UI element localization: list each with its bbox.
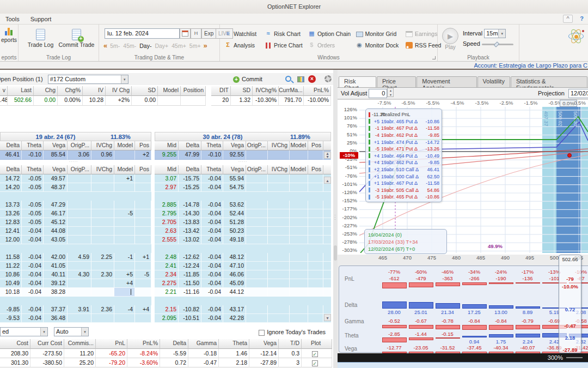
spinner-up-down-icon[interactable]: ▴▾ bbox=[324, 152, 331, 159]
option-row[interactable]: 2.97-15.25-0.0454.75 bbox=[155, 183, 331, 192]
option-row[interactable]: 10.49-0.0439.12+4 bbox=[0, 279, 151, 288]
tab-price-chart[interactable]: Price Chart bbox=[377, 76, 416, 87]
top-axis-label: -3.5% bbox=[474, 100, 490, 106]
trade-row[interactable]: 208.30-273.5011.20-65.20-8.24%-5.59-0.18… bbox=[0, 349, 333, 358]
settings-gear-icon[interactable] bbox=[324, 75, 332, 82]
vol-adjust-spinner[interactable]: ▴▾ bbox=[387, 88, 394, 97]
play-button[interactable]: ▶ bbox=[442, 28, 458, 44]
account-label[interactable]: Account: Estrategia de Largo Plazo para … bbox=[474, 62, 587, 69]
option-row[interactable]: 2.63-13.42-0.0450.23 bbox=[155, 227, 331, 236]
legend-color-bar bbox=[369, 126, 370, 131]
trading-date-input[interactable]: lu. 12 feb. 2024 bbox=[105, 28, 180, 39]
top-axis-label: -6.5% bbox=[400, 100, 416, 106]
option-row[interactable]: 2.795-14.30-0.0452.44 bbox=[155, 209, 331, 218]
option-row[interactable]: 11.58-0.0442.004.592.25-1+1 bbox=[0, 253, 151, 262]
tab-volatility[interactable]: Volatility bbox=[477, 76, 510, 87]
position-select[interactable]: #172 Custom▾ bbox=[48, 75, 128, 84]
ribbon-button-price-chart[interactable]: Price Chart bbox=[262, 40, 306, 50]
ribbon-button-analysis[interactable]: Analysis bbox=[222, 40, 262, 50]
ribbon-button-watchlist[interactable]: Watchlist bbox=[222, 28, 262, 39]
ignore-trades-checkbox[interactable]: Ignore Today's Trades bbox=[259, 329, 326, 336]
collapse-ribbon-button[interactable]: ^ bbox=[563, 15, 573, 23]
help-icon[interactable]: ? bbox=[580, 15, 584, 22]
position-summary-row[interactable]: 9.25547.99-0.1092.55 bbox=[155, 150, 331, 160]
mode-select[interactable]: Auto▾ bbox=[54, 327, 89, 336]
option-row[interactable]: 14.72-0.0549.57+1 bbox=[0, 174, 151, 183]
ribbon-button-commit-trade[interactable]: Commit Trade bbox=[59, 27, 95, 48]
option-row[interactable]: 13.26-0.0546.17-5 bbox=[0, 209, 151, 218]
option-row[interactable]: 2.48-12.62-0.0448.12 bbox=[155, 253, 331, 262]
scroll-down-icon[interactable]: ▾ bbox=[324, 314, 331, 321]
option-row[interactable]: 2.34-11.85-0.0446.06 bbox=[155, 270, 331, 279]
option-row[interactable]: -9.85-0.0437.373.912.36-4+4 bbox=[0, 305, 151, 314]
legend-row: +419abr. 462 Put Δ-9.85 bbox=[369, 159, 439, 166]
plot-checkbox[interactable]: ✓ bbox=[312, 351, 318, 357]
vol-adjust-input[interactable]: 0 bbox=[369, 89, 387, 98]
annotation-line: 17/03/2024 (33) T+34 bbox=[368, 238, 443, 245]
plot-checkbox[interactable]: ✓ bbox=[312, 360, 318, 366]
tab-statistics-fundamentals[interactable]: Statistics & Fundamentals bbox=[511, 76, 587, 87]
ribbon-button-rss-feed[interactable]: RSS Feed bbox=[403, 40, 435, 50]
exp-button[interactable]: Exp bbox=[201, 28, 216, 39]
option-row[interactable]: 11.22-0.0441.05 bbox=[0, 262, 151, 270]
speed-slider[interactable] bbox=[482, 44, 513, 45]
trade-row[interactable]: 301.30-380.5025.20-79.20-3.60%0.72-0.472… bbox=[0, 358, 333, 367]
nav-45m-[interactable]: 45m+ bbox=[170, 42, 188, 50]
option-row[interactable]: -9.53-0.0436.48 bbox=[0, 314, 151, 323]
calendar-picker-button[interactable] bbox=[180, 28, 191, 39]
nav-day-[interactable]: Day- bbox=[138, 42, 153, 50]
option-row[interactable]: 10.86-0.0440.114.302.30+5-5 bbox=[0, 270, 151, 279]
option-row[interactable]: 2.41-12.24-0.0447.10 bbox=[155, 262, 331, 270]
menu-tools[interactable]: Tools bbox=[0, 14, 25, 25]
nav-5m-[interactable]: 5m+ bbox=[188, 42, 203, 50]
option-row[interactable]: 10.18-0.0438.28 bbox=[0, 288, 151, 297]
option-row[interactable]: 14.20-0.0548.37 bbox=[0, 183, 151, 192]
ribbon-button-option-chain[interactable]: Option Chain bbox=[306, 28, 354, 39]
scroll-up-icon[interactable]: ▴ bbox=[324, 177, 331, 184]
option-row[interactable]: 2.21-11.16-0.0444.12 bbox=[155, 288, 331, 297]
option-row[interactable]: 12.41-0.0444.08 bbox=[0, 227, 151, 236]
nav-45m-[interactable]: 45m- bbox=[121, 42, 138, 50]
nav-day-[interactable]: Day+ bbox=[153, 42, 170, 50]
tab-movement-analysis[interactable]: Movement Analysis bbox=[416, 76, 476, 87]
ribbon-button-trade-log[interactable]: Trade Log bbox=[23, 27, 59, 48]
ribbon-button-orders[interactable]: Orders bbox=[306, 40, 354, 50]
option-row[interactable]: 2.555-13.02-0.0449.18 bbox=[155, 236, 331, 244]
option-row[interactable]: 12.83-0.0545.12 bbox=[0, 218, 151, 227]
option-row[interactable]: 2.15-10.82-0.0443.17 bbox=[155, 305, 331, 314]
option-row[interactable]: 12.00-0.0443.05 bbox=[0, 236, 151, 244]
projection-date-input[interactable]: 12/02/2024 bbox=[568, 89, 588, 98]
tab-risk-chart[interactable]: Risk Chart bbox=[339, 76, 376, 87]
ribbon-button-risk-chart[interactable]: Risk Chart bbox=[262, 28, 306, 39]
option-row[interactable]: 13.73-0.0547.29 bbox=[0, 201, 151, 209]
close-position-icon[interactable]: × bbox=[308, 75, 316, 83]
reports-button[interactable]: eports bbox=[0, 37, 18, 43]
option-row[interactable]: 2.705-13.83-0.0451.28 bbox=[155, 218, 331, 227]
export-table-icon[interactable] bbox=[297, 76, 304, 82]
commit-button[interactable]: +Commit bbox=[233, 73, 262, 85]
prev-day-arrow[interactable]: « bbox=[102, 41, 108, 50]
ribbon-button-monitor-dock[interactable]: Monitor Dock bbox=[354, 40, 404, 50]
option-row[interactable]: 3.07-15.75-0.0455.94 bbox=[155, 174, 331, 183]
expiry-header-mid[interactable]: 30 abr. 24 (78)11.89% bbox=[155, 132, 331, 141]
titlebar[interactable]: OptionNET Explorer bbox=[0, 0, 588, 14]
time-step-button[interactable]: H bbox=[191, 28, 201, 39]
panel-splitter[interactable]: ··· bbox=[333, 70, 338, 368]
search-icon[interactable] bbox=[285, 76, 291, 82]
dialog-launcher-icon[interactable] bbox=[432, 56, 436, 59]
next-day-arrow[interactable]: » bbox=[203, 41, 209, 50]
position-summary-row[interactable]: 46.41-0.1085.543.060.96+2 bbox=[0, 150, 151, 160]
chart-zoom-bar[interactable]: 300% bbox=[338, 353, 588, 362]
expiry-header-left[interactable]: 19 abr. 24 (67)11.83% bbox=[0, 132, 151, 141]
interval-select[interactable]: 15m▾ bbox=[484, 29, 506, 38]
band-label-low: 497.37 bbox=[543, 111, 549, 142]
menu-support[interactable]: Support bbox=[25, 14, 57, 25]
date-annotation: 19/04/2024 (0)17/03/2024 (33) T+3412/02/… bbox=[364, 229, 447, 254]
option-row[interactable]: 2.885-14.78-0.0453.62 bbox=[155, 201, 331, 209]
option-row[interactable]: 2.275-11.50-0.0445.09 bbox=[155, 279, 331, 288]
trade-filter-select[interactable]: ed▾ bbox=[0, 327, 48, 336]
option-row[interactable]: 2.095-10.51-0.0442.28 bbox=[155, 314, 331, 323]
ribbon-button-earnings[interactable]: Earnings bbox=[403, 28, 435, 39]
ribbon-button-monitor-grid[interactable]: Monitor Grid bbox=[354, 28, 404, 39]
nav-5m-[interactable]: 5m- bbox=[108, 42, 121, 50]
